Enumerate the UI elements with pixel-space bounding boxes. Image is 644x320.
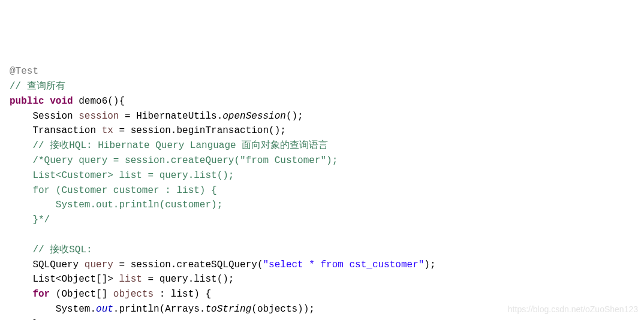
static-field: out	[96, 304, 113, 315]
variable: query	[85, 259, 113, 270]
code-block: @Test // 查询所有 public void demo6(){ Sessi…	[10, 64, 634, 320]
punct: );	[424, 259, 435, 270]
code-text: = HibernateUtils.	[119, 111, 222, 122]
block-comment: /*Query query = session.createQuery("fro…	[32, 155, 338, 166]
block-comment: List<Customer> list = query.list();	[32, 170, 234, 181]
static-method: openSession	[222, 111, 286, 122]
indent	[10, 200, 56, 210]
code-text: .println(Arrays.	[113, 304, 206, 315]
code-text: System.	[56, 304, 96, 315]
punct: ();	[286, 111, 303, 122]
indent	[10, 125, 32, 136]
keyword-for: for	[32, 289, 50, 300]
type: Transaction	[32, 125, 101, 136]
type: List<Object[]>	[32, 274, 119, 285]
method-name: demo6	[79, 96, 107, 107]
comment-line: // 查询所有	[10, 81, 65, 92]
indent	[10, 185, 32, 196]
code-text: : list) {	[154, 289, 211, 300]
code-text: = query.list();	[142, 274, 234, 285]
indent	[10, 170, 32, 181]
block-comment: for (Customer customer : list) {	[32, 185, 216, 196]
static-method: toString	[205, 304, 251, 315]
variable: tx	[102, 125, 113, 136]
annotation: @Test	[10, 66, 38, 77]
keyword-public: public	[10, 96, 44, 107]
comment-line: // 接收SQL:	[32, 244, 92, 255]
punct: (){	[107, 96, 125, 107]
code-text: (objects));	[251, 304, 315, 315]
string-literal: "select * from cst_customer"	[263, 259, 424, 270]
code-text: (Object[]	[50, 289, 113, 300]
type: Session	[32, 111, 79, 122]
variable: objects	[113, 289, 154, 300]
indent	[10, 111, 32, 122]
indent	[10, 140, 32, 151]
variable: list	[119, 274, 142, 285]
indent	[10, 274, 32, 285]
indent	[10, 259, 32, 270]
block-comment: }*/	[32, 215, 50, 225]
indent	[10, 244, 32, 255]
block-comment: System.out.println(customer);	[56, 200, 222, 210]
type: SQLQuery	[32, 259, 84, 270]
variable: session	[79, 111, 119, 122]
code-text: = session.createSQLQuery(	[113, 259, 263, 270]
indent	[10, 155, 32, 166]
keyword-void: void	[50, 96, 73, 107]
indent	[10, 215, 32, 225]
indent	[10, 289, 32, 300]
code-text: = session.beginTransaction();	[113, 125, 286, 136]
watermark: https://blog.csdn.net/oZuoShen123	[508, 303, 638, 316]
indent	[10, 304, 56, 315]
comment-line: // 接收HQL: Hibernate Query Language 面向对象的…	[32, 140, 328, 151]
